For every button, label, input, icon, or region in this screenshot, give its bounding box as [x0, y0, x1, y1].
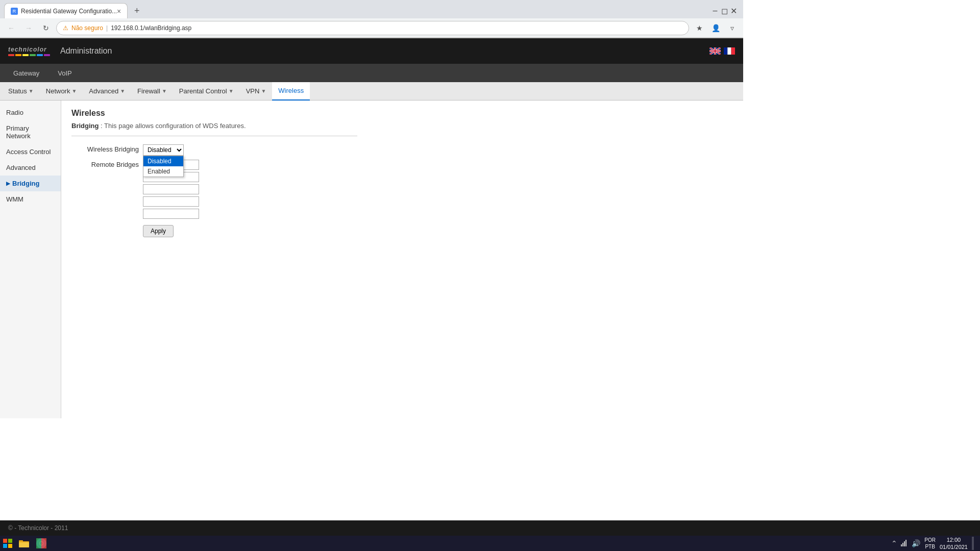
nav-firewall[interactable]: Firewall ▼	[131, 82, 173, 101]
remote-bridges-label: Remote Bridges	[71, 160, 143, 168]
remote-bridge-input-3[interactable]	[143, 184, 199, 194]
content-divider	[71, 136, 357, 136]
url-separator: |	[106, 24, 108, 32]
logo-color-bar	[37, 54, 43, 56]
uk-flag-icon[interactable]	[709, 47, 721, 55]
voip-label: VoIP	[58, 69, 71, 77]
forward-button[interactable]: →	[21, 21, 36, 35]
tab-favicon: R	[11, 8, 18, 15]
profile-button[interactable]: 👤	[708, 21, 723, 35]
apply-button-row: Apply	[71, 225, 733, 237]
main-nav-bar: Status ▼ Network ▼ Advanced ▼ Firewall ▼…	[0, 82, 743, 101]
breadcrumb-separator: :	[101, 122, 104, 130]
restore-button[interactable]: ◻	[721, 7, 728, 14]
minimize-button[interactable]: –	[712, 7, 719, 14]
svg-rect-10	[727, 47, 731, 55]
gateway-label: Gateway	[13, 69, 39, 77]
language-flags	[709, 47, 735, 55]
nav-wireless[interactable]: Wireless	[272, 82, 310, 101]
tab-bar: R Residential Gateway Configuratio... × …	[0, 0, 743, 18]
wireless-bridging-select[interactable]: Disabled Enabled	[143, 144, 184, 156]
sidebar-radio-label: Radio	[6, 109, 23, 116]
wireless-bridging-label: Wireless Bridging	[71, 144, 143, 153]
refresh-button[interactable]: ↻	[39, 21, 53, 35]
dropdown-item-disabled[interactable]: Disabled	[143, 156, 183, 166]
tab-title: Residential Gateway Configuratio...	[21, 8, 117, 15]
nav-status-label: Status	[8, 87, 27, 95]
nav-status[interactable]: Status ▼	[2, 82, 40, 101]
nav-advanced-label: Advanced	[89, 87, 118, 95]
logo-color-bar	[15, 54, 21, 56]
sidebar-primary-network-label: Primary Network	[6, 124, 55, 140]
svg-rect-9	[724, 47, 727, 55]
form-area: Wireless Bridging Disabled Enabled Disab…	[71, 144, 733, 237]
logo-color-bar	[22, 54, 29, 56]
sidebar: Radio Primary Network Access Control Adv…	[0, 101, 61, 418]
french-flag-icon[interactable]	[724, 47, 735, 55]
dropdown-item-enabled[interactable]: Enabled	[143, 166, 183, 177]
logo-color-bar	[8, 54, 14, 56]
page-description: This page allows configuration of WDS fe…	[104, 122, 246, 130]
wireless-bridging-dropdown: Disabled Enabled	[143, 156, 184, 177]
window-controls: – ◻ ✕	[712, 7, 739, 14]
nav-parental-arrow: ▼	[229, 88, 234, 94]
browser-chrome: R Residential Gateway Configuratio... × …	[0, 0, 743, 38]
sidebar-item-primary-network[interactable]: Primary Network	[0, 120, 61, 144]
remote-bridge-input-5[interactable]	[143, 209, 199, 219]
gateway-tab[interactable]: Gateway	[4, 64, 48, 82]
back-button[interactable]: ←	[4, 21, 18, 35]
bookmark-button[interactable]: ★	[692, 21, 706, 35]
sidebar-item-advanced[interactable]: Advanced	[0, 160, 61, 176]
breadcrumb: Bridging	[71, 122, 99, 130]
sidebar-advanced-label: Advanced	[6, 164, 36, 171]
nav-parental-label: Parental Control	[179, 87, 227, 95]
nav-vpn-arrow: ▼	[261, 88, 266, 94]
svg-rect-11	[731, 47, 735, 55]
nav-status-arrow: ▼	[29, 88, 34, 94]
top-nav-bar: Gateway VoIP	[0, 64, 743, 82]
app-header: technicolor Administration	[0, 38, 743, 64]
page-title: Wireless	[71, 109, 733, 118]
tab-close-button[interactable]: ×	[117, 7, 121, 15]
sidebar-item-bridging[interactable]: ▶ Bridging	[0, 176, 61, 191]
app-title: Administration	[60, 46, 112, 56]
url-text: 192.168.0.1/wlanBridging.asp	[111, 24, 191, 32]
extensions-button[interactable]: ▿	[725, 21, 739, 35]
sidebar-active-indicator: ▶	[6, 181, 10, 186]
sidebar-item-radio[interactable]: Radio	[0, 105, 61, 120]
main-content: Wireless Bridging : This page allows con…	[61, 101, 743, 418]
voip-tab[interactable]: VoIP	[48, 64, 81, 82]
nav-vpn[interactable]: VPN ▼	[240, 82, 273, 101]
sidebar-item-wmm[interactable]: WMM	[0, 191, 61, 207]
page-subtitle: Bridging : This page allows configuratio…	[71, 122, 733, 130]
apply-button[interactable]: Apply	[143, 225, 174, 237]
nav-firewall-arrow: ▼	[162, 88, 167, 94]
logo-colors	[8, 54, 50, 56]
nav-advanced[interactable]: Advanced ▼	[83, 82, 131, 101]
url-warning-text: Não seguro	[71, 24, 103, 32]
sidebar-bridging-label: Bridging	[12, 180, 39, 187]
new-tab-button[interactable]: +	[130, 4, 144, 18]
security-warning-icon: ⚠	[63, 24, 68, 32]
nav-vpn-label: VPN	[246, 87, 260, 95]
active-tab[interactable]: R Residential Gateway Configuratio... ×	[4, 3, 128, 18]
logo-area: technicolor	[8, 46, 50, 56]
nav-network-arrow: ▼	[71, 88, 77, 94]
sidebar-item-access-control[interactable]: Access Control	[0, 144, 61, 160]
logo-color-bar	[44, 54, 50, 56]
nav-network[interactable]: Network ▼	[40, 82, 83, 101]
logo-color-bar	[30, 54, 36, 56]
svg-rect-8	[709, 51, 721, 52]
wireless-bridging-row: Wireless Bridging Disabled Enabled Disab…	[71, 144, 733, 156]
nav-parental-control[interactable]: Parental Control ▼	[173, 82, 240, 101]
nav-advanced-arrow: ▼	[120, 88, 125, 94]
address-bar[interactable]: ⚠ Não seguro | 192.168.0.1/wlanBridging.…	[56, 21, 689, 35]
logo-text: technicolor	[8, 46, 50, 53]
sidebar-access-control-label: Access Control	[6, 148, 51, 156]
address-bar-row: ← → ↻ ⚠ Não seguro | 192.168.0.1/wlanBri…	[0, 18, 743, 38]
wireless-bridging-select-wrapper: Disabled Enabled Disabled Enabled	[143, 144, 184, 156]
remote-bridge-input-4[interactable]	[143, 196, 199, 207]
close-window-button[interactable]: ✕	[730, 7, 737, 14]
nav-network-label: Network	[46, 87, 70, 95]
address-bar-actions: ★ 👤 ▿	[692, 21, 739, 35]
